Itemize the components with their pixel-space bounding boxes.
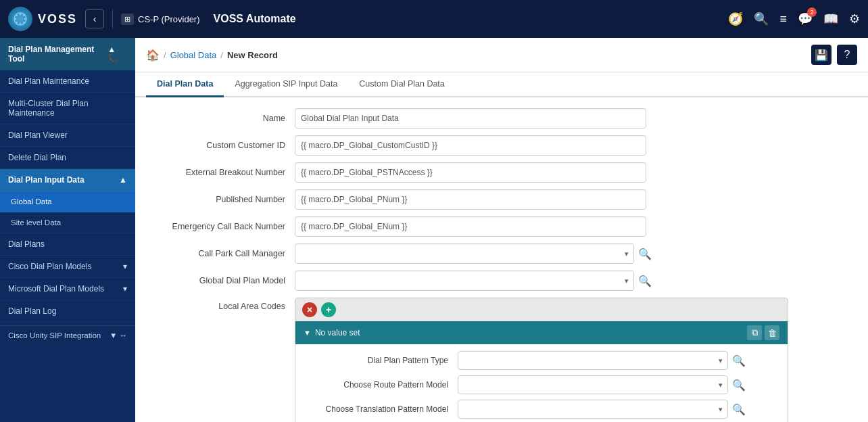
call-park-search-btn[interactable]: 🔍: [637, 246, 653, 262]
breadcrumb-current: New Record: [227, 50, 278, 60]
form-area: Name Custom Customer ID External Breakou…: [135, 97, 868, 422]
logo-circle: [8, 7, 32, 31]
route-pattern-dropdown-wrapper: [458, 375, 728, 394]
gear-icon[interactable]: ⚙: [849, 11, 860, 26]
sidebar-item-global-data[interactable]: Global Data: [0, 191, 135, 212]
breadcrumb-actions: 💾 ?: [811, 45, 857, 65]
route-pattern-wrapper: 🔍: [458, 375, 781, 394]
form-row-name: Name: [146, 108, 857, 128]
translation-pattern-label: Choose Translation Pattern Model: [302, 404, 458, 414]
sub-form-row-route-pattern: Choose Route Pattern Model 🔍: [302, 375, 781, 394]
published-num-input[interactable]: [295, 189, 646, 210]
sidebar-item-dial-plan-input-data[interactable]: Dial Plan Input Data ▲: [0, 169, 135, 191]
global-dial-plan-select[interactable]: [295, 271, 634, 291]
route-pattern-search-btn[interactable]: 🔍: [731, 377, 747, 393]
external-breakout-input[interactable]: [295, 162, 646, 183]
expand-icon-cisco: ▾: [123, 262, 127, 271]
custom-cust-id-label: Custom Customer ID: [146, 141, 295, 150]
home-icon[interactable]: 🏠: [146, 49, 160, 62]
svg-point-4: [24, 18, 26, 20]
call-park-select[interactable]: [295, 243, 634, 264]
emergency-call-input[interactable]: [295, 216, 646, 237]
sidebar-item-site-level-data[interactable]: Site level Data: [0, 212, 135, 233]
sidebar-expand-icon: ▲ 📞: [107, 45, 127, 64]
translation-pattern-select[interactable]: [458, 400, 728, 419]
route-pattern-label: Choose Route Pattern Model: [302, 380, 458, 390]
tab-dial-plan-data[interactable]: Dial Plan Data: [146, 72, 224, 97]
add-local-area-code-btn[interactable]: +: [321, 302, 336, 317]
form-row-external-breakout: External Breakout Number: [146, 162, 857, 183]
back-button[interactable]: ‹: [85, 9, 104, 28]
sidebar-header-label: Dial Plan Management Tool: [8, 45, 107, 64]
svg-point-1: [20, 14, 22, 16]
help-button[interactable]: ?: [837, 45, 857, 65]
dial-plan-pattern-search-btn[interactable]: 🔍: [731, 353, 747, 369]
remove-local-area-code-btn[interactable]: ×: [302, 302, 317, 317]
save-button[interactable]: 💾: [811, 45, 831, 65]
breadcrumb-global-data[interactable]: Global Data: [170, 50, 217, 60]
app-name: VOSS Automate: [214, 13, 296, 25]
breadcrumb-sep2: /: [220, 50, 223, 60]
list-icon[interactable]: ≡: [779, 12, 787, 26]
sidebar-item-microsoft-dial-plan[interactable]: Microsoft Dial Plan Models ▾: [0, 278, 135, 300]
search-icon[interactable]: 🔍: [754, 11, 769, 26]
tab-custom-dial-plan[interactable]: Custom Dial Plan Data: [348, 72, 455, 97]
top-nav: VOSS ‹ ⊞ CS-P (Provider) VOSS Automate 🧭…: [0, 0, 868, 38]
no-value-actions: ⧉ 🗑: [747, 325, 779, 340]
delete-btn[interactable]: 🗑: [765, 325, 779, 340]
emergency-call-label: Emergency Call Back Number: [146, 222, 295, 231]
form-row-emergency-call: Emergency Call Back Number: [146, 216, 857, 237]
call-park-label: Call Park Call Manager: [146, 249, 295, 258]
dial-plan-pattern-label: Dial Plan Pattern Type: [302, 356, 458, 365]
svg-point-5: [16, 15, 18, 16]
translation-pattern-search-btn[interactable]: 🔍: [731, 402, 747, 417]
sidebar-item-dial-plan-viewer[interactable]: Dial Plan Viewer: [0, 124, 135, 147]
custom-cust-id-input[interactable]: [295, 135, 646, 156]
expand-icon-ms: ▾: [123, 284, 127, 294]
svg-point-2: [20, 23, 22, 25]
compass-icon[interactable]: 🧭: [728, 11, 743, 26]
logo: VOSS: [8, 7, 77, 31]
sidebar-item-delete-dial-plan[interactable]: Delete Dial Plan: [0, 147, 135, 169]
external-breakout-label: External Breakout Number: [146, 168, 295, 177]
global-dial-plan-search-btn[interactable]: 🔍: [637, 273, 653, 289]
chat-icon[interactable]: 💬2: [798, 11, 813, 26]
call-park-dropdown-wrapper: [295, 243, 634, 264]
svg-point-8: [23, 22, 24, 23]
local-area-codes-label: Local Area Codes: [146, 298, 295, 311]
sidebar-header[interactable]: Dial Plan Management Tool ▲ 📞: [0, 38, 135, 70]
local-area-codes-header: × +: [295, 298, 788, 321]
form-row-published-num: Published Number: [146, 189, 857, 210]
call-park-wrapper: 🔍: [295, 243, 653, 264]
sidebar-item-dial-plan-maintenance[interactable]: Dial Plan Maintenance: [0, 70, 135, 93]
nav-divider: [112, 9, 113, 29]
sidebar-item-row-ms: Microsoft Dial Plan Models ▾: [8, 284, 127, 294]
book-icon[interactable]: 📖: [823, 11, 838, 26]
tabs-bar: Dial Plan Data Aggregation SIP Input Dat…: [135, 72, 868, 97]
sidebar-item-dial-plan-log[interactable]: Dial Plan Log: [0, 300, 135, 323]
sidebar-bottom-label: Cisco Unity SIP Integration: [8, 331, 101, 339]
sidebar-item-cisco-dial-plan-models[interactable]: Cisco Dial Plan Models ▾: [0, 256, 135, 278]
name-label: Name: [146, 114, 295, 123]
svg-point-3: [15, 18, 17, 20]
no-value-label: No value set: [315, 328, 360, 337]
global-dial-plan-label: Global Dial Plan Model: [146, 276, 295, 285]
local-area-codes-container: × + ▼ No value set ⧉ 🗑: [295, 298, 788, 422]
global-dial-plan-wrapper: 🔍: [295, 271, 653, 291]
route-pattern-select[interactable]: [458, 375, 728, 394]
svg-point-6: [23, 15, 24, 16]
content-area: 🏠 / Global Data / New Record 💾 ? Dial Pl…: [135, 38, 868, 422]
dial-plan-pattern-select[interactable]: [458, 351, 728, 370]
dial-plan-pattern-wrapper: 🔍: [458, 351, 781, 370]
tab-aggregation-sip[interactable]: Aggregation SIP Input Data: [224, 72, 348, 97]
form-row-custom-cust-id: Custom Customer ID: [146, 135, 857, 156]
translation-pattern-wrapper: 🔍: [458, 400, 781, 419]
sub-form-row-translation-pattern: Choose Translation Pattern Model 🔍: [302, 400, 781, 419]
sidebar-bottom-cisco-unity[interactable]: Cisco Unity SIP Integration ▼ ↔: [0, 325, 135, 345]
dial-plan-pattern-dropdown-wrapper: [458, 351, 728, 370]
sidebar-item-multi-cluster[interactable]: Multi-Cluster Dial Plan Maintenance: [0, 93, 135, 124]
sidebar-item-dial-plans[interactable]: Dial Plans: [0, 233, 135, 256]
name-input[interactable]: [295, 108, 646, 128]
no-value-row: ▼ No value set ⧉ 🗑: [295, 321, 788, 344]
copy-btn[interactable]: ⧉: [747, 325, 762, 340]
